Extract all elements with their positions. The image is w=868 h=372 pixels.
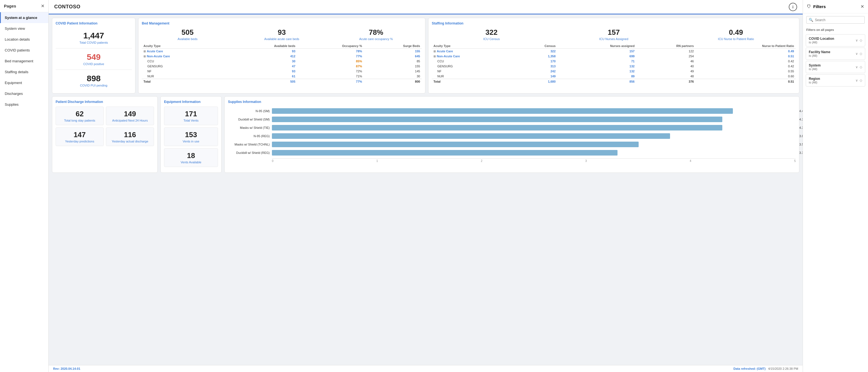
filter-item-system[interactable]: System is (All) ∨ ◇ [806,61,865,73]
axis-label: 5 [794,160,796,163]
bed-card-title: Bed Management [142,22,422,25]
bar-fill [272,133,670,139]
filters-list: COVID Location is (All) ∨ ◇ Facility Nam… [803,33,868,88]
bed-management-card: Bed Management 505Available beds93Availa… [138,18,425,93]
bar-axis: 012345 [272,158,796,163]
footer: Rev: 2020.04.14-01 Data refreshed: (GMT)… [49,365,803,372]
bar-row: Masks w/ Shield (TIE) 4.3 [228,125,796,131]
search-input[interactable] [815,18,862,22]
staff-col-rn: RN partners [636,44,695,49]
axis-label: 2 [481,160,483,163]
sidebar-item-system-at-a-glance[interactable]: System at a glance [0,12,49,23]
sidebar-item-equipment[interactable]: Equipment [0,77,49,88]
bar-fill [272,150,618,155]
bar-container: 4.3 [272,117,796,122]
equipment-card-title: Equipment Information [164,100,218,104]
staff-table-container[interactable]: Acuity Type Census Nurses assigned RN pa… [432,44,796,84]
bar-label: Duckbill w/ Shield (SM) [228,118,270,121]
search-icon: 🔍 [809,18,813,22]
bed-table-row: Total50577%800 [142,79,422,84]
staff-table-row: ⊞Acute Care3221571220.49 [432,49,796,54]
staff-top-metric: 0.49ICU Nurse to Patient Ratio [676,28,796,40]
bar-row: Duckbill w/ Shield (SM) 4.3 [228,117,796,122]
staff-table-row: NF242132490.55 [432,69,796,74]
staff-table-row: Total1,6808563760.51 [432,79,796,84]
staff-top-metric: 157ICU Nurses Assigned [554,28,674,40]
filter-clear-button[interactable]: ◇ [860,79,862,82]
sidebar-item-bed-management[interactable]: Bed management [0,56,49,66]
bed-table-row: CCU3085%85 [142,59,422,64]
filters-close-button[interactable]: ✕ [861,4,864,9]
supplies-bar-chart: N-95 (SM) 4.4 Duckbill w/ Shield (SM) 4.… [228,107,796,157]
info-button[interactable]: i [789,3,797,11]
bar-row: Duckbill w/ Shield (REG) 3.3 [228,150,796,155]
topbar-title: CONTOSO [54,4,80,10]
bed-top-metrics: 505Available beds93Available acute care … [142,28,422,40]
footer-refresh-time: 4/15/2020 2:26:38 PM [768,367,798,370]
discharge-grid: 62Total long stay patients149Anticipated… [56,107,154,146]
top-row: COVID Patient Information 1,447 Total CO… [52,18,799,93]
discharge-metric: 149Anticipated Next 24 Hours [106,107,154,125]
bed-table-container[interactable]: Acuity Type Available beds Occupancy % S… [142,44,422,84]
discharge-card-title: Patient Discharge Information [56,100,154,104]
bed-col-occupancy: Occupancy % [297,44,364,49]
filter-clear-button[interactable]: ◇ [860,65,862,69]
discharge-metric: 147Yesterday predictions [56,127,104,146]
bar-container: 3.5 [272,142,796,147]
dashboard: COVID Patient Information 1,447 Total CO… [49,15,803,365]
staff-table-row: CCU17071460.42 [432,59,796,64]
staff-table-row: ⊞Non-Acute Care1,3586992540.51 [432,54,796,59]
sidebar-item-supplies[interactable]: Supplies [0,99,49,110]
equipment-card: Equipment Information 171Total Vents153V… [160,96,222,173]
filter-expand-button[interactable]: ∨ [856,52,858,56]
filter-value: is (All) [809,67,821,71]
bed-top-metric: 505Available beds [142,28,233,40]
staff-top-metrics: 322ICU Census157ICU Nurses Assigned0.49I… [432,28,796,40]
footer-refresh: Data refreshed: (GMT) 4/15/2020 2:26:38 … [734,367,798,370]
filter-item-covid-location[interactable]: COVID Location is (All) ∨ ◇ [806,34,865,47]
bed-table-row: GENSURG4787%155 [142,64,422,69]
filters-header-left: ⛉ Filters [807,4,826,9]
filter-value: is (All) [809,40,834,44]
staffing-card-title: Staffing Information [432,22,796,25]
bar-container: 3.3 [272,150,796,155]
bar-container: 4.4 [272,108,796,114]
filters-header: ⛉ Filters ✕ [803,0,868,13]
sidebar-title: Pages [4,4,16,8]
filter-expand-button[interactable]: ∨ [856,38,858,42]
covid-card: COVID Patient Information 1,447 Total CO… [52,18,135,93]
staff-col-census: Census [516,44,557,49]
discharge-card: Patient Discharge Information 62Total lo… [52,96,158,173]
bar-fill [272,142,639,147]
sidebar-item-staffing-details[interactable]: Staffing details [0,66,49,77]
filter-title: COVID Location [809,37,834,40]
filter-item-region[interactable]: Region is (All) ∨ ◇ [806,74,865,87]
bar-row: Masks w/ Shield (TCHNL) 3.5 [228,142,796,147]
filter-title: Facility Name [809,50,830,54]
bar-label: N-95 (SM) [228,109,270,113]
main-area: CONTOSO i COVID Patient Information 1,44… [49,0,803,372]
sidebar-item-discharges[interactable]: Discharges [0,88,49,99]
bed-col-surge: Surge Beds [364,44,422,49]
sidebar-header: Pages ✕ [0,0,49,12]
sidebar-close-button[interactable]: ✕ [41,3,44,9]
axis-label: 3 [585,160,587,163]
bed-table-row: ⊞Non-Acute Care41277%645 [142,54,422,59]
filter-expand-button[interactable]: ∨ [856,65,858,69]
staff-table-head: Acuity Type Census Nurses assigned RN pa… [432,44,796,49]
discharge-metric: 116Yesterday actual discharge [106,127,154,146]
filter-title: Region [809,77,820,81]
filters-title: Filters [813,4,826,9]
bed-table-head: Acuity Type Available beds Occupancy % S… [142,44,422,49]
sidebar-item-location-details[interactable]: Location details [0,34,49,45]
equipment-metric: 171Total Vents [164,107,218,125]
filter-clear-button[interactable]: ◇ [860,52,862,56]
filter-expand-button[interactable]: ∨ [856,79,858,82]
sidebar-item-covid-patients[interactable]: COVID patients [0,45,49,56]
sidebar-item-system-view[interactable]: System view [0,23,49,34]
search-box[interactable]: 🔍 [806,16,865,24]
filter-item-facility-name[interactable]: Facility Name is (All) ∨ ◇ [806,48,865,60]
filter-clear-button[interactable]: ◇ [860,38,862,42]
bed-col-type: Acuity Type [142,44,227,49]
covid-pui-metric: 898 COVID PUI pending [56,71,132,90]
